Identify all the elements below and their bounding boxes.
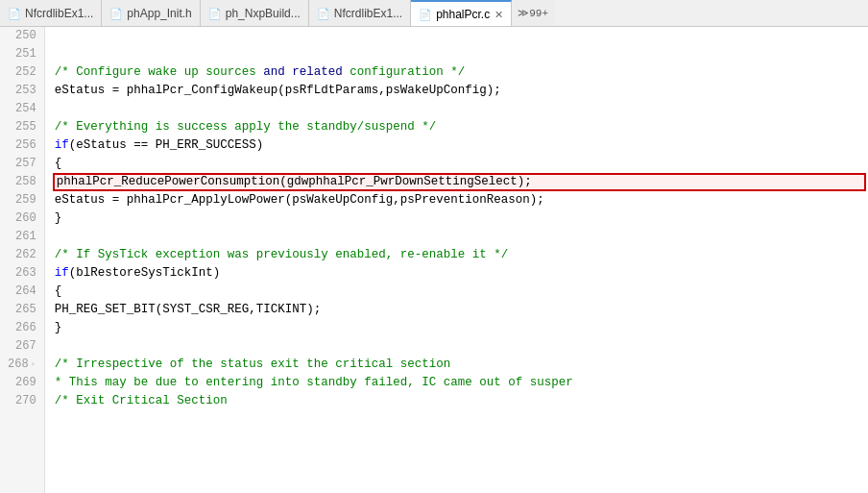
tab-ph-nxp-build[interactable]: 📄 ph_NxpBuild... — [201, 0, 309, 27]
code-text-260: } — [55, 210, 62, 228]
tab-nfcrdlib-1[interactable]: 📄 NfcrdlibEx1... — [0, 0, 102, 27]
code-text-266: } — [55, 319, 62, 337]
code-line-262: /* If SysTick exception was previously e… — [55, 246, 868, 264]
keyword-if-256: if — [55, 136, 69, 155]
code-line-251 — [55, 45, 868, 63]
file-icon-2: 📄 — [109, 8, 123, 20]
code-text-263b: (blRestoreSysTickInt) — [69, 264, 221, 283]
code-line-266: } — [55, 319, 868, 337]
code-text-257: { — [55, 155, 62, 173]
code-text-265: PH_REG_SET_BIT(SYST_CSR_REG,TICKINT); — [55, 301, 322, 319]
code-line-255: /* Everything is success apply the stand… — [55, 118, 868, 136]
code-line-261 — [55, 228, 868, 246]
code-line-265: PH_REG_SET_BIT(SYST_CSR_REG,TICKINT); — [55, 301, 868, 319]
tab-label-5: phhalPcr.c — [436, 8, 490, 21]
line-num-261: 261 — [8, 228, 36, 246]
tab-nfcrdlib-2[interactable]: 📄 NfcrdlibEx1... — [309, 0, 411, 27]
line-num-251: 251 — [8, 45, 36, 63]
code-line-260: } — [55, 210, 868, 228]
line-num-269: 269 — [8, 374, 36, 392]
code-comment-268: /* Irrespective of the status exit the c… — [55, 356, 451, 374]
line-num-260: 260 — [8, 210, 36, 228]
code-line-259: eStatus = phhalPcr_ApplyLowPower(psWakeU… — [55, 191, 868, 210]
tab-label-1: NfcrdlibEx1... — [25, 7, 93, 20]
code-line-258-highlighted: phhalPcr_ReducePowerConsumption(gdwphhal… — [53, 173, 866, 191]
tab-overflow-label: ≫99+ — [518, 7, 548, 19]
code-text-264: { — [55, 283, 62, 301]
tab-label-2: phApp_Init.h — [127, 7, 191, 20]
file-icon-3: 📄 — [208, 8, 222, 20]
code-comment-269: * This may be due to entering into stand… — [55, 374, 573, 392]
code-comment-252: /* Configure wake up sources and related… — [55, 63, 466, 82]
line-num-253: 253 — [8, 82, 36, 100]
line-num-262: 262 — [8, 246, 36, 264]
file-icon-1: 📄 — [8, 8, 21, 20]
code-comment-255: /* Everything is success apply the stand… — [55, 118, 437, 136]
code-line-267 — [55, 337, 868, 356]
line-num-264: 264 — [8, 283, 36, 301]
line-num-265: 265 — [8, 301, 36, 319]
code-text-259: eStatus = phhalPcr_ApplyLowPower(psWakeU… — [55, 191, 544, 210]
tab-phhalpcr[interactable]: 📄 phhalPcr.c ✕ — [411, 0, 512, 27]
line-num-252: 252 — [8, 63, 36, 82]
code-text-258: phhalPcr_ReducePowerConsumption(gdwphhal… — [57, 173, 532, 191]
line-num-256: 256 — [8, 136, 36, 155]
tab-overflow[interactable]: ≫99+ — [512, 0, 554, 26]
line-num-270: 270 — [8, 392, 36, 410]
keyword-if-263: if — [55, 264, 69, 283]
code-comment-262: /* If SysTick exception was previously e… — [55, 246, 509, 264]
tab-label-3: ph_NxpBuild... — [226, 7, 301, 20]
line-num-255: 255 — [8, 118, 36, 136]
line-num-250: 250 — [8, 27, 36, 45]
code-line-254 — [55, 100, 868, 118]
line-num-258: 258 — [8, 173, 36, 191]
code-line-250 — [55, 27, 868, 45]
code-comment-270: /* Exit Critical Section — [55, 392, 228, 410]
code-line-263: if(blRestoreSysTickInt) — [55, 264, 868, 283]
code-line-268: /* Irrespective of the status exit the c… — [55, 356, 868, 374]
code-area: 250 251 252 253 254 255 256 257 258 259 … — [0, 27, 868, 493]
line-num-259: 259 — [8, 191, 36, 210]
code-text-256b: (eStatus == PH_ERR_SUCCESS) — [69, 136, 264, 155]
file-icon-5: 📄 — [419, 9, 432, 21]
code-line-252: /* Configure wake up sources and related… — [55, 63, 868, 82]
code-line-269: * This may be due to entering into stand… — [55, 374, 868, 392]
tab-label-4: NfcrdlibEx1... — [334, 7, 402, 20]
code-line-257: { — [55, 155, 868, 173]
code-content[interactable]: /* Configure wake up sources and related… — [45, 27, 868, 493]
tab-bar: 📄 NfcrdlibEx1... 📄 phApp_Init.h 📄 ph_Nxp… — [0, 0, 868, 27]
line-num-268: 268◦ — [8, 356, 36, 374]
line-num-254: 254 — [8, 100, 36, 118]
code-line-253: eStatus = phhalPcr_ConfigWakeup(psRfLdtP… — [55, 82, 868, 100]
code-line-256: if (eStatus == PH_ERR_SUCCESS) — [55, 136, 868, 155]
code-text-253: eStatus = phhalPcr_ConfigWakeup(psRfLdtP… — [55, 82, 501, 100]
tab-close-button[interactable]: ✕ — [494, 9, 503, 21]
line-num-267: 267 — [8, 337, 36, 356]
tab-phapp-init[interactable]: 📄 phApp_Init.h — [102, 0, 200, 27]
file-icon-4: 📄 — [317, 8, 330, 20]
line-num-266: 266 — [8, 319, 36, 337]
code-line-264: { — [55, 283, 868, 301]
code-line-270: /* Exit Critical Section — [55, 392, 868, 410]
editor-area: 250 251 252 253 254 255 256 257 258 259 … — [0, 27, 868, 493]
line-num-257: 257 — [8, 155, 36, 173]
line-num-263: 263 — [8, 264, 36, 283]
line-numbers: 250 251 252 253 254 255 256 257 258 259 … — [0, 27, 45, 493]
